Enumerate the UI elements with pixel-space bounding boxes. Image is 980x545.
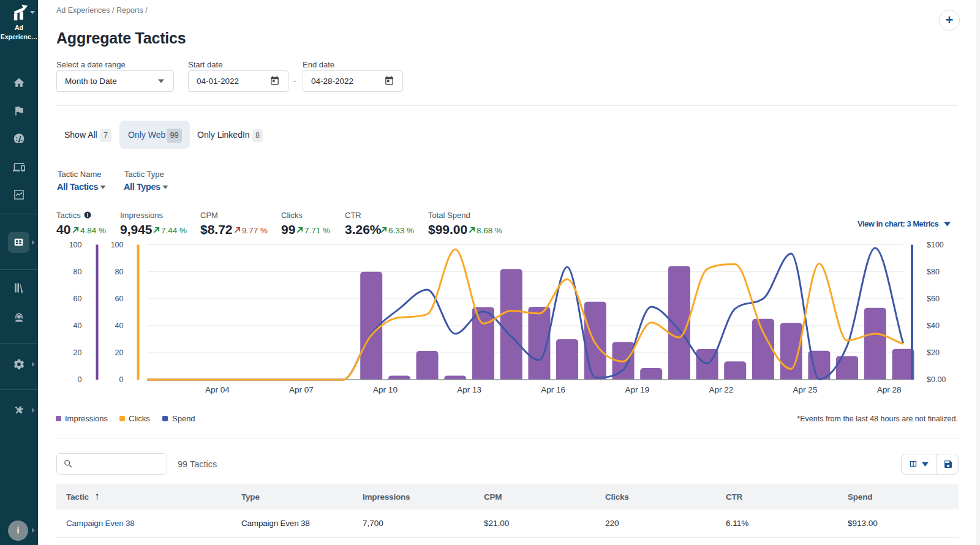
svg-text:20: 20 xyxy=(74,348,82,357)
svg-text:Apr 19: Apr 19 xyxy=(625,385,649,394)
svg-text:40: 40 xyxy=(74,321,82,330)
svg-text:$60: $60 xyxy=(927,295,940,303)
svg-text:0: 0 xyxy=(119,375,124,384)
svg-text:60: 60 xyxy=(115,295,124,303)
svg-text:100: 100 xyxy=(69,241,82,249)
svg-text:$20: $20 xyxy=(927,348,940,357)
svg-text:60: 60 xyxy=(74,295,82,303)
svg-text:$0.00: $0.00 xyxy=(927,375,946,384)
svg-text:$80: $80 xyxy=(927,268,940,276)
svg-text:80: 80 xyxy=(74,268,82,276)
svg-text:40: 40 xyxy=(115,321,124,330)
svg-text:Apr 10: Apr 10 xyxy=(373,385,398,394)
svg-text:Apr 22: Apr 22 xyxy=(709,385,734,394)
svg-text:$100: $100 xyxy=(927,241,944,249)
svg-text:Apr 25: Apr 25 xyxy=(793,385,818,394)
svg-text:Apr 13: Apr 13 xyxy=(457,385,481,394)
svg-text:0: 0 xyxy=(78,375,82,384)
svg-text:$40: $40 xyxy=(927,321,940,330)
svg-text:Apr 16: Apr 16 xyxy=(541,385,565,394)
svg-text:Apr 04: Apr 04 xyxy=(205,385,230,394)
svg-text:20: 20 xyxy=(115,348,124,357)
svg-text:80: 80 xyxy=(115,268,124,276)
svg-text:100: 100 xyxy=(111,241,124,249)
svg-text:Apr 07: Apr 07 xyxy=(289,385,314,394)
svg-text:Apr 28: Apr 28 xyxy=(877,385,902,394)
